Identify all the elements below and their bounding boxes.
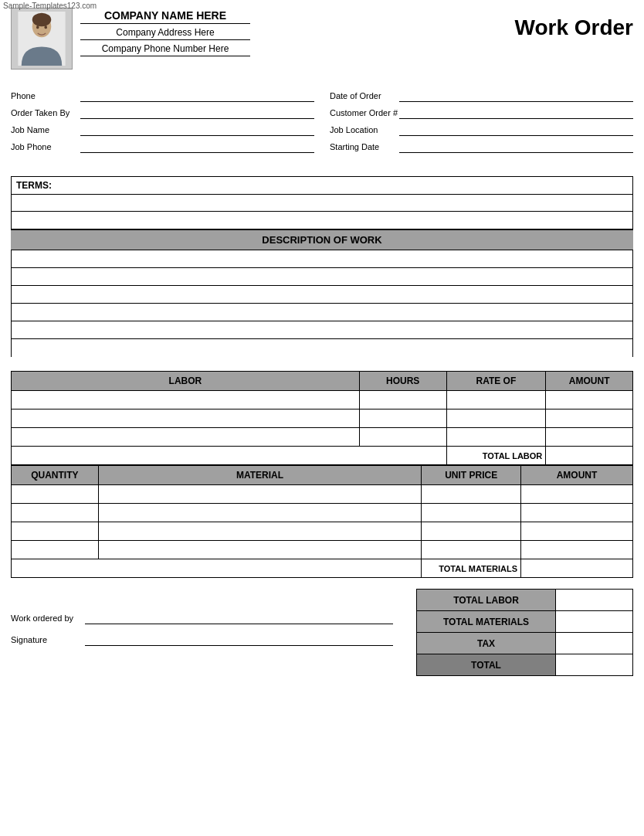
form-row-date: Date of Order	[330, 90, 633, 102]
totals-label-materials: TOTAL MATERIALS	[417, 611, 556, 633]
input-date[interactable]	[399, 90, 633, 102]
labor-rate-3[interactable]	[446, 428, 546, 447]
totals-row-materials: TOTAL MATERIALS	[417, 611, 633, 633]
total-labor-value[interactable]	[546, 447, 633, 465]
form-row-starting-date: Starting Date	[330, 141, 633, 153]
terms-row-1[interactable]	[12, 195, 632, 212]
watermark: Sample-Templates123.com	[3, 2, 97, 10]
mat-desc-1[interactable]	[98, 485, 422, 504]
mat-row-3	[12, 522, 633, 541]
input-customer-order[interactable]	[399, 107, 633, 119]
labor-rate-1[interactable]	[446, 391, 546, 410]
labor-hours-2[interactable]	[359, 410, 446, 428]
labor-rate-2[interactable]	[446, 410, 546, 428]
signature-line[interactable]	[85, 634, 393, 646]
totals-container: TOTAL LABOR TOTAL MATERIALS TAX TOTAL	[416, 589, 633, 676]
labor-table: LABOR HOURS RATE OF AMOUNT	[11, 371, 633, 465]
total-materials-value[interactable]	[521, 559, 633, 578]
material-table: QUANTITY MATERIAL UNIT PRICE AMOUNT	[11, 465, 633, 578]
totals-value-materials[interactable]	[556, 611, 633, 633]
mat-qty-3[interactable]	[12, 522, 99, 541]
terms-row-2[interactable]	[12, 212, 632, 229]
mat-col-unit-price: UNIT PRICE	[422, 466, 521, 485]
totals-row-total: TOTAL	[417, 654, 633, 676]
header-left: COMPANY NAME HERE Company Address Here C…	[11, 8, 250, 70]
desc-row-2[interactable]	[12, 268, 632, 286]
terms-header: TERMS:	[12, 177, 632, 195]
mat-col-material: MATERIAL	[98, 466, 422, 485]
avatar	[11, 8, 73, 70]
desc-row-3[interactable]	[12, 286, 632, 304]
mat-amount-2[interactable]	[521, 504, 633, 522]
form-section: Phone Order Taken By Job Name Job Phone …	[0, 82, 644, 165]
description-rows	[11, 250, 633, 357]
total-materials-label: TOTAL MATERIALS	[422, 559, 521, 578]
labor-col-rate: RATE OF	[446, 372, 546, 391]
total-labor-row: TOTAL LABOR	[12, 447, 633, 465]
total-labor-spacer	[12, 447, 447, 465]
mat-desc-2[interactable]	[98, 504, 422, 522]
totals-value-total[interactable]	[556, 654, 633, 676]
totals-row-labor: TOTAL LABOR	[417, 590, 633, 611]
mat-unit-2[interactable]	[422, 504, 521, 522]
total-mat-spacer	[12, 559, 422, 578]
input-starting-date[interactable]	[399, 141, 633, 153]
mat-row-1	[12, 485, 633, 504]
input-order-taken[interactable]	[80, 107, 314, 119]
form-row-phone: Phone	[11, 90, 314, 102]
sig-row-signature: Signature	[11, 634, 393, 646]
label-job-phone: Job Phone	[11, 142, 80, 151]
work-ordered-line[interactable]	[85, 612, 393, 624]
form-row-order-taken: Order Taken By	[11, 107, 314, 119]
totals-value-labor[interactable]	[556, 590, 633, 611]
labor-amount-1[interactable]	[546, 391, 633, 410]
mat-qty-2[interactable]	[12, 504, 99, 522]
labor-desc-3[interactable]	[12, 428, 360, 447]
description-section: DESCRIPTION OF WORK	[11, 229, 633, 357]
mat-amount-3[interactable]	[521, 522, 633, 541]
labor-hours-1[interactable]	[359, 391, 446, 410]
company-address: Company Address Here	[80, 27, 250, 40]
mat-unit-3[interactable]	[422, 522, 521, 541]
company-phone: Company Phone Number Here	[80, 43, 250, 56]
labor-col-hours: HOURS	[359, 372, 446, 391]
mat-unit-1[interactable]	[422, 485, 521, 504]
form-row-job-name: Job Name	[11, 124, 314, 136]
input-phone[interactable]	[80, 90, 314, 102]
labor-row-1	[12, 391, 633, 410]
mat-amount-1[interactable]	[521, 485, 633, 504]
desc-row-6[interactable]	[12, 339, 632, 357]
company-info: COMPANY NAME HERE Company Address Here C…	[80, 8, 250, 59]
labor-desc-1[interactable]	[12, 391, 360, 410]
labor-amount-3[interactable]	[546, 428, 633, 447]
input-job-name[interactable]	[80, 124, 314, 136]
mat-desc-3[interactable]	[98, 522, 422, 541]
totals-row-tax: TAX	[417, 633, 633, 654]
label-customer-order: Customer Order #	[330, 108, 399, 117]
mat-qty-4[interactable]	[12, 541, 99, 559]
form-row-job-phone: Job Phone	[11, 141, 314, 153]
mat-unit-4[interactable]	[422, 541, 521, 559]
mat-amount-4[interactable]	[521, 541, 633, 559]
labor-hours-3[interactable]	[359, 428, 446, 447]
total-labor-label: TOTAL LABOR	[446, 447, 546, 465]
desc-row-4[interactable]	[12, 304, 632, 321]
desc-row-5[interactable]	[12, 321, 632, 339]
description-header: DESCRIPTION OF WORK	[11, 229, 633, 250]
totals-label-total: TOTAL	[417, 654, 556, 676]
label-phone: Phone	[11, 91, 80, 100]
mat-desc-4[interactable]	[98, 541, 422, 559]
totals-value-tax[interactable]	[556, 633, 633, 654]
label-job-location: Job Location	[330, 125, 399, 134]
mat-row-4	[12, 541, 633, 559]
totals-label-tax: TAX	[417, 633, 556, 654]
labor-desc-2[interactable]	[12, 410, 360, 428]
labor-amount-2[interactable]	[546, 410, 633, 428]
input-job-location[interactable]	[399, 124, 633, 136]
label-job-name: Job Name	[11, 125, 80, 134]
desc-row-1[interactable]	[12, 250, 632, 268]
totals-table: TOTAL LABOR TOTAL MATERIALS TAX TOTAL	[416, 589, 633, 676]
input-job-phone[interactable]	[80, 141, 314, 153]
mat-qty-1[interactable]	[12, 485, 99, 504]
svg-point-4	[45, 25, 48, 29]
